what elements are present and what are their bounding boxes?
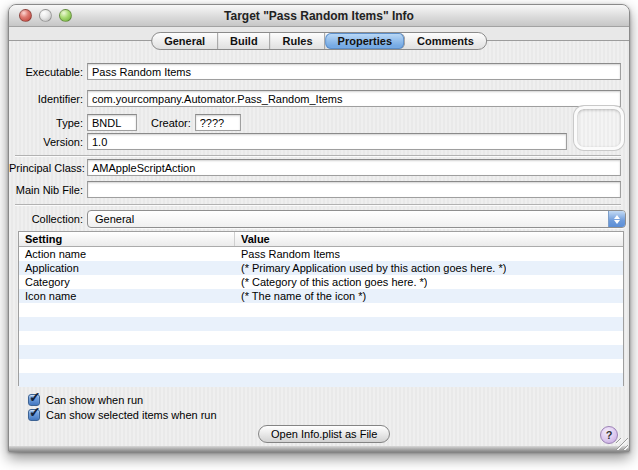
window-title: Target "Pass Random Items" Info [9, 5, 629, 26]
setting-cell: Category [19, 275, 235, 289]
type-creator-row: Type: Creator: [9, 114, 621, 131]
table-row[interactable] [19, 359, 623, 373]
separator [15, 155, 621, 157]
window-bottom-edge [9, 446, 629, 451]
table-header: Setting Value [19, 232, 623, 247]
executable-label: Executable: [9, 66, 83, 78]
tab-properties[interactable]: Properties [326, 33, 405, 49]
table-row[interactable] [19, 331, 623, 345]
checkbox-label: Can show when run [46, 394, 143, 406]
setting-cell [19, 345, 235, 359]
collection-popup-value: General [95, 213, 134, 225]
type-input[interactable] [87, 114, 137, 131]
principal-class-input[interactable] [87, 159, 621, 176]
value-column-header[interactable]: Value [235, 232, 270, 246]
value-cell [235, 303, 241, 317]
setting-cell: Icon name [19, 289, 235, 303]
type-label: Type: [9, 117, 83, 129]
main-nib-file-row: Main Nib File: [9, 181, 621, 198]
title-bar[interactable]: Target "Pass Random Items" Info [9, 5, 629, 27]
executable-row: Executable: [9, 63, 621, 80]
table-row[interactable] [19, 317, 623, 331]
table-body: Action namePass Random ItemsApplication(… [19, 247, 623, 387]
resize-grip-icon[interactable] [616, 438, 628, 450]
properties-table: Setting Value Action namePass Random Ite… [18, 231, 624, 386]
value-cell: (* Primary Application used by this acti… [235, 261, 506, 275]
principal-class-label: Principal Class: [9, 162, 83, 174]
popup-stepper-icon [608, 211, 625, 227]
app-icon-well[interactable] [574, 106, 624, 150]
table-row[interactable]: Application(* Primary Application used b… [19, 261, 623, 275]
creator-input[interactable] [195, 114, 241, 131]
value-cell: (* Category of this action goes here. *) [235, 275, 427, 289]
version-label: Version: [9, 136, 83, 148]
executable-input[interactable] [87, 63, 621, 80]
identifier-row: Identifier: [9, 90, 621, 107]
setting-cell: Action name [19, 247, 235, 261]
info-tab-bar: GeneralBuildRulesPropertiesComments [151, 32, 487, 50]
tab-comments[interactable]: Comments [405, 33, 486, 49]
version-input[interactable] [87, 133, 567, 150]
value-cell: Pass Random Items [235, 247, 340, 261]
table-row[interactable]: Action namePass Random Items [19, 247, 623, 261]
checkbox-checked-icon[interactable]: ✓ [28, 409, 40, 421]
main-nib-file-label: Main Nib File: [9, 184, 83, 196]
value-cell [235, 317, 241, 331]
main-nib-file-input[interactable] [87, 181, 621, 198]
table-row[interactable] [19, 345, 623, 359]
table-row[interactable]: Category(* Category of this action goes … [19, 275, 623, 289]
checkbox-label: Can show selected items when run [46, 409, 217, 421]
value-cell [235, 359, 241, 373]
collection-row: Collection: General [9, 210, 626, 228]
value-cell [235, 331, 241, 345]
setting-cell [19, 303, 235, 317]
setting-cell: Application [19, 261, 235, 275]
collection-popup[interactable]: General [87, 210, 626, 228]
setting-cell [19, 373, 235, 387]
identifier-label: Identifier: [9, 93, 83, 105]
table-row[interactable] [19, 373, 623, 387]
table-row[interactable] [19, 303, 623, 317]
separator [15, 204, 621, 206]
value-cell [235, 373, 241, 387]
collection-label: Collection: [9, 213, 83, 225]
table-row[interactable]: Icon name(* The name of the icon *) [19, 289, 623, 303]
value-cell [235, 345, 241, 359]
creator-label: Creator: [151, 117, 191, 129]
can-show-when-run-row[interactable]: ✓ Can show when run [28, 393, 143, 407]
open-info-plist-button[interactable]: Open Info.plist as File [258, 425, 390, 443]
setting-cell [19, 359, 235, 373]
setting-cell [19, 331, 235, 345]
identifier-input[interactable] [87, 90, 621, 107]
value-cell: (* The name of the icon *) [235, 289, 366, 303]
tab-build[interactable]: Build [218, 33, 271, 49]
tab-general[interactable]: General [152, 33, 218, 49]
setting-column-header[interactable]: Setting [19, 232, 235, 246]
version-row: Version: [9, 133, 567, 150]
tab-rules[interactable]: Rules [271, 33, 326, 49]
can-show-selected-items-row[interactable]: ✓ Can show selected items when run [28, 408, 217, 422]
principal-class-row: Principal Class: [9, 159, 621, 176]
setting-cell [19, 317, 235, 331]
target-info-window: Target "Pass Random Items" Info GeneralB… [8, 4, 630, 452]
